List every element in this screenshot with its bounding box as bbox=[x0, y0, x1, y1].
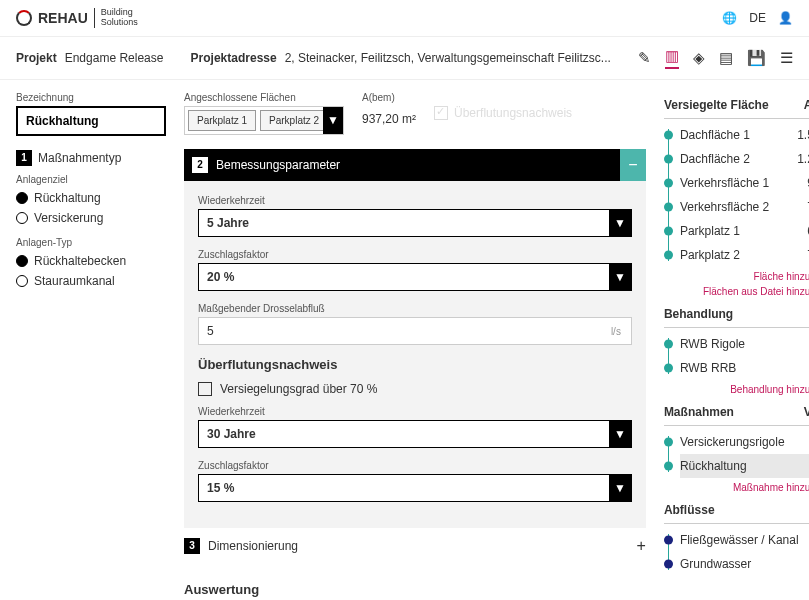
wiederkehrzeit2-label: Wiederkehrzeit bbox=[198, 406, 632, 417]
sealed-unit: A in m² bbox=[804, 98, 809, 112]
ghost-ueberflutung-check: Überflutungsnachweis bbox=[434, 106, 572, 120]
tree-item[interactable]: Parkplatz 1630,00 bbox=[680, 219, 809, 243]
drossel-input[interactable]: 5l/s bbox=[198, 317, 632, 345]
abem-label: A(bem) bbox=[362, 92, 416, 103]
add-area-link[interactable]: Fläche hinzufügen + bbox=[664, 271, 809, 282]
section-dimensionierung[interactable]: 3 Dimensionierung + bbox=[184, 528, 646, 564]
add-treatment-link[interactable]: Behandlung hinzufügen + bbox=[664, 384, 809, 395]
tree-item[interactable]: Verkehrsfläche 2725,00 bbox=[680, 195, 809, 219]
tree-item[interactable]: Rückhaltung14,04 bbox=[680, 454, 809, 478]
section-bemessungsparameter[interactable]: 2 Bemessungsparameter − bbox=[184, 149, 646, 181]
drossel-label: Maßgebender Drosselabfluß bbox=[198, 303, 632, 314]
add-measure-link[interactable]: Maßnahme hinzufügen + bbox=[664, 482, 809, 493]
project-label: Projekt bbox=[16, 51, 57, 65]
wiederkehrzeit-label: Wiederkehrzeit bbox=[198, 195, 632, 206]
document-icon[interactable]: ▤ bbox=[719, 49, 733, 67]
project-name[interactable]: Endgame Release bbox=[65, 51, 164, 65]
list-icon[interactable]: ☰ bbox=[780, 49, 793, 67]
anlagenziel-label: Anlagenziel bbox=[16, 174, 166, 185]
tree-item[interactable]: Verkehrsfläche 1950,00 bbox=[680, 171, 809, 195]
treatment-title: Behandlung bbox=[664, 307, 733, 321]
eval-title: Auswertung bbox=[184, 582, 646, 597]
tree-item[interactable]: Dachfläche 21.250,00 bbox=[680, 147, 809, 171]
zuschlagsfaktor-select[interactable]: 20 %▼ bbox=[198, 263, 632, 291]
outflow-title: Abflüsse bbox=[664, 503, 715, 517]
logo-icon bbox=[16, 10, 32, 26]
collapse-icon[interactable]: − bbox=[620, 149, 646, 181]
radio-rueckhaltebecken[interactable]: Rückhaltebecken bbox=[16, 254, 166, 268]
logo-subtitle: BuildingSolutions bbox=[94, 8, 138, 28]
zuschlagsfaktor-label: Zuschlagsfaktor bbox=[198, 249, 632, 260]
designation-label: Bezeichnung bbox=[16, 92, 166, 103]
ueberflutung-title: Überflutungsnachweis bbox=[198, 357, 632, 372]
user-icon[interactable]: 👤 bbox=[778, 11, 793, 25]
designation-input[interactable] bbox=[16, 106, 166, 136]
step-1-title: Maßnahmentyp bbox=[38, 151, 121, 165]
design-icon[interactable]: ▥ bbox=[665, 47, 679, 69]
step-1-badge: 1 bbox=[16, 150, 32, 166]
tree-item[interactable]: Parkplatz 2722,00 bbox=[680, 243, 809, 267]
globe-icon[interactable]: 🌐 bbox=[722, 11, 737, 25]
layers-icon[interactable]: ◈ bbox=[693, 49, 705, 67]
tree-item[interactable]: Grundwasser bbox=[680, 552, 809, 576]
radio-versickerung[interactable]: Versickerung bbox=[16, 211, 166, 225]
address-label: Projektadresse bbox=[191, 51, 277, 65]
address-value: 2, Steinacker, Feilitzsch, Verwaltungsge… bbox=[285, 51, 611, 65]
tree-item[interactable]: Versickerungsrigole89,30 bbox=[680, 430, 809, 454]
zuschlagsfaktor2-label: Zuschlagsfaktor bbox=[198, 460, 632, 471]
measures-title: Maßnahmen bbox=[664, 405, 734, 419]
wiederkehrzeit-select[interactable]: 5 Jahre▼ bbox=[198, 209, 632, 237]
wiederkehrzeit2-select[interactable]: 30 Jahre▼ bbox=[198, 420, 632, 448]
tree-item[interactable]: RWB Rigole0,64 bbox=[680, 332, 809, 356]
logo-text: REHAU bbox=[38, 10, 88, 26]
radio-stauraumkanal[interactable]: Stauraumkanal bbox=[16, 274, 166, 288]
chevron-down-icon[interactable]: ▼ bbox=[323, 107, 343, 134]
sealed-title: Versiegelte Fläche bbox=[664, 98, 769, 112]
chip-parkplatz-2[interactable]: Parkplatz 2 bbox=[260, 110, 328, 131]
edit-icon[interactable]: ✎ bbox=[638, 49, 651, 67]
measures-unit: V in m³ bbox=[804, 405, 809, 419]
tree-item[interactable]: Dachfläche 11.500,00 bbox=[680, 123, 809, 147]
tree-item[interactable]: Fließgewässer / Kanal bbox=[680, 528, 809, 552]
anlagentyp-label: Anlagen-Typ bbox=[16, 237, 166, 248]
logo: REHAU BuildingSolutions bbox=[16, 8, 138, 28]
language-selector[interactable]: DE bbox=[749, 11, 766, 25]
zuschlagsfaktor2-select[interactable]: 15 %▼ bbox=[198, 474, 632, 502]
abem-value: 937,20 m² bbox=[362, 106, 416, 126]
save-icon[interactable]: 💾 bbox=[747, 49, 766, 67]
tree-item[interactable]: RWB RRB47,17 bbox=[680, 356, 809, 380]
versiegelung-checkbox[interactable]: Versiegelungsgrad über 70 % bbox=[198, 382, 632, 396]
areas-label: Angeschlossene Flächen bbox=[184, 92, 344, 103]
chip-parkplatz-1[interactable]: Parkplatz 1 bbox=[188, 110, 256, 131]
expand-icon[interactable]: + bbox=[637, 537, 646, 555]
add-area-file-link[interactable]: Flächen aus Datei hinzufügen + bbox=[664, 286, 809, 297]
radio-rueckhaltung[interactable]: Rückhaltung bbox=[16, 191, 166, 205]
areas-dropdown[interactable]: Parkplatz 1 Parkplatz 2 ▼ bbox=[184, 106, 344, 135]
